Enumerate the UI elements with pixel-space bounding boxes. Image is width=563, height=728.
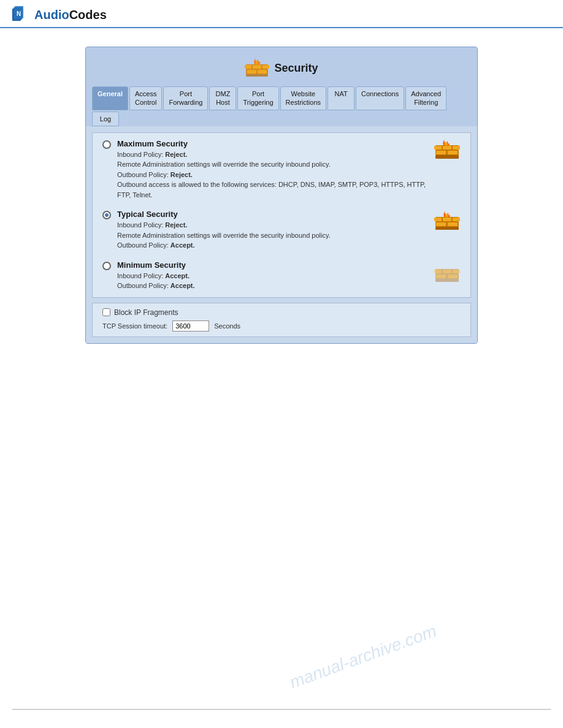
tab-navigation: General AccessControl PortForwarding DMZ… bbox=[86, 86, 477, 126]
page-header: N AudioCodes bbox=[0, 0, 563, 28]
maximum-security-radio[interactable] bbox=[102, 140, 111, 149]
minimum-security-title: Minimum Security bbox=[117, 260, 427, 270]
typical-security-text: Typical Security Inbound Policy: Reject.… bbox=[117, 210, 427, 251]
svg-rect-13 bbox=[436, 151, 446, 154]
maximum-security-title: Maximum Security bbox=[117, 139, 427, 148]
tab-port-forwarding[interactable]: PortForwarding bbox=[163, 86, 208, 110]
svg-rect-8 bbox=[245, 65, 251, 69]
svg-rect-5 bbox=[247, 70, 256, 74]
block-ip-fragments-checkbox[interactable] bbox=[102, 308, 110, 316]
maximum-security-icon bbox=[434, 139, 461, 166]
logo-text: AudioCodes bbox=[34, 8, 107, 22]
tab-port-triggering[interactable]: PortTriggering bbox=[237, 86, 278, 110]
main-content: Security General AccessControl PortForwa… bbox=[0, 28, 563, 362]
tab-advanced-filtering[interactable]: AdvancedFiltering bbox=[405, 86, 446, 110]
svg-rect-9 bbox=[253, 65, 261, 69]
logo: N AudioCodes bbox=[12, 6, 107, 23]
tab-connections[interactable]: Connections bbox=[356, 86, 404, 110]
typical-security-icon bbox=[434, 210, 461, 237]
bottom-options: Block IP Fragments TCP Session timeout: … bbox=[92, 303, 471, 337]
tab-log[interactable]: Log bbox=[92, 112, 119, 126]
footer-divider bbox=[12, 709, 551, 710]
tab-general[interactable]: General bbox=[92, 86, 128, 110]
svg-rect-30 bbox=[448, 275, 458, 278]
watermark: manual-archive.com bbox=[287, 621, 439, 692]
svg-rect-17 bbox=[443, 146, 451, 150]
tcp-session-timeout-row: TCP Session timeout: Seconds bbox=[102, 320, 461, 332]
svg-rect-34 bbox=[453, 270, 460, 273]
svg-rect-6 bbox=[258, 70, 267, 74]
typical-security-radio[interactable] bbox=[102, 211, 111, 219]
security-title: Security bbox=[274, 62, 318, 75]
tcp-session-unit: Seconds bbox=[214, 322, 240, 330]
tab-access-control[interactable]: AccessControl bbox=[129, 86, 162, 110]
block-ip-fragments-label: Block IP Fragments bbox=[114, 308, 178, 317]
svg-rect-14 bbox=[448, 151, 458, 154]
minimum-security-desc: Inbound Policy: Accept. Outbound Policy:… bbox=[117, 271, 427, 291]
typical-security-title: Typical Security bbox=[117, 210, 427, 219]
svg-rect-26 bbox=[453, 218, 460, 221]
svg-rect-35 bbox=[435, 279, 459, 282]
tcp-session-label: TCP Session timeout: bbox=[102, 322, 167, 330]
svg-rect-32 bbox=[434, 270, 442, 273]
security-panel-header: Security bbox=[86, 47, 477, 86]
svg-rect-16 bbox=[434, 146, 442, 150]
security-options-container: Maximum Security Inbound Policy: Reject.… bbox=[92, 132, 471, 298]
svg-rect-10 bbox=[262, 65, 269, 69]
maximum-security-desc: Inbound Policy: Reject. Remote Administr… bbox=[117, 150, 427, 200]
minimum-security-radio[interactable] bbox=[102, 262, 111, 270]
svg-rect-33 bbox=[443, 270, 451, 273]
tab-dmz-host[interactable]: DMZHost bbox=[209, 86, 236, 110]
tab-content: Maximum Security Inbound Policy: Reject.… bbox=[86, 126, 477, 343]
svg-rect-22 bbox=[448, 222, 458, 226]
minimum-security-option: Minimum Security Inbound Policy: Accept.… bbox=[102, 260, 461, 291]
svg-rect-11 bbox=[246, 74, 268, 77]
audiocodes-logo-icon: N bbox=[12, 6, 32, 23]
svg-rect-27 bbox=[435, 227, 459, 230]
maximum-security-option: Maximum Security Inbound Policy: Reject.… bbox=[102, 139, 461, 200]
firewall-icon bbox=[245, 56, 269, 80]
typical-security-option: Typical Security Inbound Policy: Reject.… bbox=[102, 210, 461, 251]
tcp-session-input[interactable] bbox=[172, 320, 209, 332]
svg-rect-19 bbox=[435, 155, 459, 159]
minimum-security-text: Minimum Security Inbound Policy: Accept.… bbox=[117, 260, 427, 291]
svg-text:N: N bbox=[17, 10, 21, 17]
svg-rect-18 bbox=[453, 146, 460, 150]
svg-rect-21 bbox=[436, 222, 446, 226]
svg-rect-24 bbox=[434, 218, 442, 221]
security-panel: Security General AccessControl PortForwa… bbox=[85, 47, 478, 344]
block-ip-fragments-row: Block IP Fragments bbox=[102, 308, 461, 317]
tab-website-restrictions[interactable]: WebsiteRestrictions bbox=[280, 86, 326, 110]
typical-security-desc: Inbound Policy: Reject. Remote Administr… bbox=[117, 220, 427, 251]
svg-rect-25 bbox=[443, 218, 451, 221]
maximum-security-text: Maximum Security Inbound Policy: Reject.… bbox=[117, 139, 427, 200]
tab-nat[interactable]: NAT bbox=[327, 86, 354, 110]
svg-rect-29 bbox=[436, 275, 446, 278]
minimum-security-icon bbox=[434, 260, 461, 287]
